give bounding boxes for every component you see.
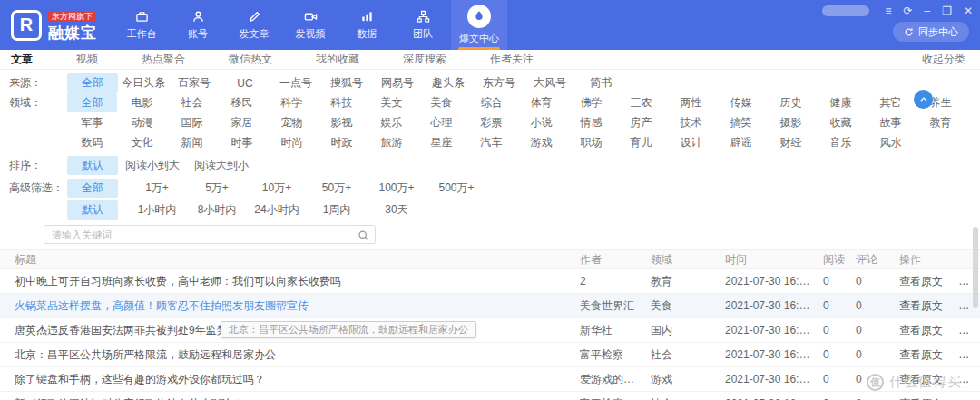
- filter-chip[interactable]: 30天: [367, 200, 426, 220]
- filter-chip[interactable]: 娱乐: [367, 113, 416, 132]
- table-row[interactable]: 北京：昌平区公共场所严格限流，鼓励远程和居家办公 富平检察 社会 2021-07…: [0, 343, 980, 367]
- filter-chip[interactable]: 房产: [616, 113, 666, 132]
- favorite-link[interactable]: 收藏: [958, 348, 980, 361]
- filter-chip[interactable]: 体育: [516, 93, 566, 112]
- window-control-icon[interactable]: ⟳: [903, 5, 912, 16]
- filter-chip[interactable]: 传媒: [716, 93, 766, 112]
- filter-chip[interactable]: 彩票: [466, 113, 516, 132]
- row-title[interactable]: 初中晚上可开自习班向家长收费，高中老师：我们可以向家长收费吗: [0, 274, 576, 289]
- filter-chip[interactable]: 心理: [416, 113, 466, 132]
- filter-chip[interactable]: 东方号: [474, 73, 524, 93]
- filter-chip[interactable]: 全部: [67, 179, 118, 198]
- filter-chip[interactable]: 时政: [317, 133, 367, 152]
- nav-team[interactable]: 团队: [395, 0, 451, 50]
- filter-chip[interactable]: 阅读大到小: [187, 156, 256, 175]
- filter-chip[interactable]: UC: [220, 75, 270, 92]
- filter-chip[interactable]: 美食: [416, 93, 466, 112]
- filter-chip[interactable]: 5万+: [187, 179, 247, 198]
- filter-chip[interactable]: 新闻: [167, 133, 217, 152]
- filter-chip[interactable]: 今日头条: [118, 73, 169, 93]
- filter-chip[interactable]: 默认: [67, 156, 118, 175]
- view-original-link[interactable]: 查看原文: [899, 324, 943, 337]
- filter-chip[interactable]: 全部: [67, 73, 118, 93]
- filter-chip[interactable]: 家居: [217, 113, 267, 132]
- filter-chip[interactable]: 职场: [566, 133, 616, 152]
- row-title[interactable]: 火锅菜品这样摆盘，高颜值！顾客忍不住拍照发朋友圈帮宣传: [0, 298, 576, 314]
- window-control-icon[interactable]: ❐: [942, 5, 952, 16]
- table-row[interactable]: 除了键盘和手柄，这些有趣的游戏外设你都玩过吗？ 爱游戏的萌博士 游戏 2021-…: [0, 367, 980, 392]
- table-row[interactable]: 唐英杰违反香港国安法两罪共被判处9年监禁 新华社 国内 2021-07-30 1…: [0, 318, 980, 343]
- filter-chip[interactable]: 情感: [566, 113, 616, 132]
- content-tab[interactable]: 我的收藏: [316, 52, 359, 67]
- filter-chip[interactable]: 趣头条: [423, 73, 474, 93]
- filter-chip[interactable]: 科技: [317, 93, 367, 112]
- filter-chip[interactable]: 一点号: [270, 73, 321, 93]
- nav-accounts[interactable]: 账号: [170, 0, 226, 50]
- filter-chip[interactable]: 8小时内: [187, 200, 247, 220]
- favorite-link[interactable]: 收藏: [958, 324, 980, 337]
- view-original-link[interactable]: 查看原文: [899, 275, 943, 288]
- filter-chip[interactable]: 移民: [217, 93, 267, 112]
- filter-chip[interactable]: 社会: [167, 93, 217, 112]
- filter-chip[interactable]: 宠物: [267, 113, 317, 132]
- filter-chip[interactable]: 50万+: [307, 179, 367, 198]
- nav-workbench[interactable]: 工作台: [113, 0, 170, 50]
- filter-chip[interactable]: 佛学: [566, 93, 616, 112]
- content-tab[interactable]: 热点聚合: [142, 52, 185, 67]
- table-row[interactable]: 新《行政处罚法》对公安行政执法有什么影响？ 富平检察 社会 2021-07-30…: [0, 392, 980, 400]
- collapse-fab-button[interactable]: [914, 90, 933, 109]
- window-control-icon[interactable]: ≡: [885, 5, 891, 16]
- content-tab[interactable]: 作者关注: [490, 52, 534, 67]
- filter-chip[interactable]: 汽车: [466, 133, 516, 152]
- filter-chip[interactable]: 搞笑: [716, 113, 766, 132]
- filter-chip[interactable]: 1周内: [307, 200, 367, 220]
- filter-chip[interactable]: 文化: [117, 133, 167, 152]
- nav-data[interactable]: 数据: [338, 0, 395, 50]
- collapse-categories-link[interactable]: 收起分类: [922, 52, 965, 67]
- filter-chip[interactable]: 国际: [167, 113, 217, 132]
- content-tab[interactable]: 深度搜索: [403, 52, 446, 67]
- view-original-link[interactable]: 查看原文: [899, 348, 943, 361]
- filter-chip[interactable]: 育儿: [616, 133, 666, 152]
- filter-chip[interactable]: 财经: [766, 133, 816, 152]
- filter-chip[interactable]: 收藏: [816, 113, 866, 132]
- filter-chip[interactable]: 科学: [267, 93, 317, 112]
- filter-chip[interactable]: 电影: [117, 93, 167, 112]
- window-control-icon[interactable]: ✕: [964, 5, 973, 16]
- filter-chip[interactable]: 健康: [816, 93, 866, 112]
- content-tab[interactable]: 视频: [76, 52, 98, 67]
- filter-chip[interactable]: 时事: [217, 133, 267, 152]
- nav-publish-article[interactable]: 发文章: [226, 0, 282, 50]
- search-icon[interactable]: [358, 229, 369, 245]
- filter-chip[interactable]: 1小时内: [127, 200, 187, 220]
- filter-chip[interactable]: 搜狐号: [321, 73, 372, 93]
- filter-chip[interactable]: 三农: [616, 93, 666, 112]
- filter-chip[interactable]: 时尚: [267, 133, 317, 152]
- filter-chip[interactable]: 技术: [666, 113, 716, 132]
- sync-center-button[interactable]: 同步中心: [893, 22, 969, 42]
- filter-chip[interactable]: 旅游: [367, 133, 416, 152]
- filter-chip[interactable]: 阅读小到大: [118, 156, 187, 175]
- content-tab[interactable]: 文章: [11, 52, 33, 67]
- filter-chip[interactable]: 500万+: [426, 179, 486, 198]
- filter-chip[interactable]: 设计: [666, 133, 716, 152]
- nav-publish-video[interactable]: 发视频: [282, 0, 338, 50]
- filter-chip[interactable]: 简书: [575, 73, 626, 93]
- view-original-link[interactable]: 查看原文: [899, 397, 943, 400]
- filter-chip[interactable]: 辟谣: [716, 133, 766, 152]
- filter-chip[interactable]: 故事: [866, 113, 916, 132]
- filter-chip[interactable]: 1万+: [127, 179, 187, 198]
- row-title[interactable]: 除了键盘和手柄，这些有趣的游戏外设你都玩过吗？: [0, 372, 576, 387]
- filter-chip[interactable]: 其它: [866, 93, 916, 112]
- nav-hot-articles[interactable]: 爆文中心: [451, 0, 507, 50]
- filter-chip[interactable]: 游戏: [516, 133, 566, 152]
- filter-chip[interactable]: 大风号: [524, 73, 575, 93]
- window-control-icon[interactable]: –: [924, 5, 930, 16]
- filter-chip[interactable]: 24小时内: [247, 200, 307, 220]
- filter-chip[interactable]: 摄影: [766, 113, 816, 132]
- filter-chip[interactable]: 网易号: [372, 73, 423, 93]
- filter-chip[interactable]: 星座: [416, 133, 466, 152]
- filter-chip[interactable]: 风水: [866, 133, 916, 152]
- search-input[interactable]: [44, 225, 376, 244]
- filter-chip[interactable]: 美文: [367, 93, 416, 112]
